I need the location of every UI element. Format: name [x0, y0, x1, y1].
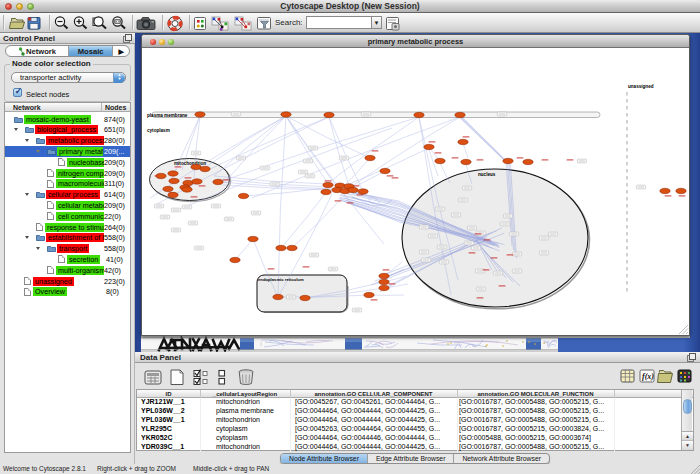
- svg-text:mitochondrion: mitochondrion: [174, 161, 206, 166]
- svg-text:plasma membrane: plasma membrane: [147, 113, 188, 118]
- svg-text:cytoplasm: cytoplasm: [147, 128, 170, 133]
- svg-text:endoplasmic reticulum: endoplasmic reticulum: [258, 277, 304, 282]
- svg-text:f(x): f(x): [642, 372, 654, 381]
- svg-text:unassigned: unassigned: [628, 84, 654, 89]
- svg-text:nucleus: nucleus: [478, 172, 496, 177]
